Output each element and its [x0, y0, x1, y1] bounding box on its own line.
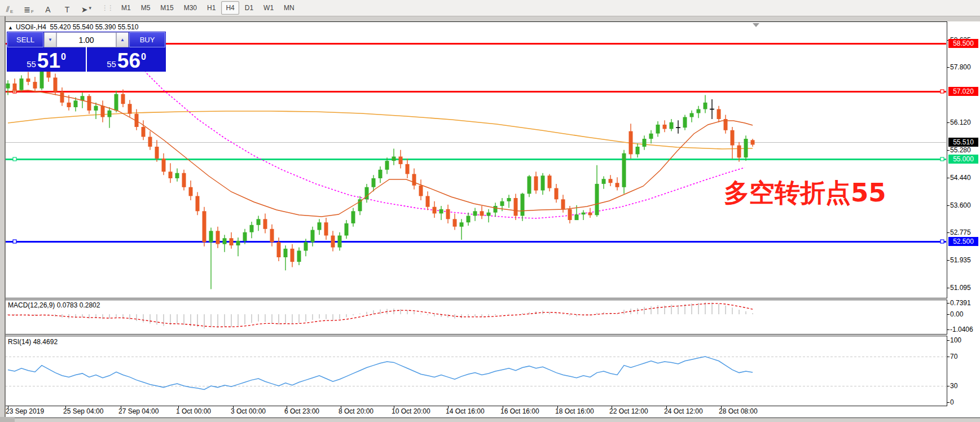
- time-axis-label: 28 Oct 08:00: [719, 407, 758, 415]
- macd-scale-label: 0.00: [950, 310, 963, 318]
- time-axis-label: 23 Sep 2019: [6, 407, 44, 415]
- time-axis-label: 24 Oct 12:00: [664, 407, 703, 415]
- mt4-window: { "toolbar": { "tools": [ {"name":"equid…: [0, 0, 980, 422]
- chart-title: ▲USOil-,H4 55.420 55.540 55.390 55.510: [8, 23, 138, 31]
- window-left-frame: [0, 16, 6, 422]
- time-axis-label: 3 Oct 00:00: [231, 407, 266, 415]
- time-axis-label: 27 Sep 04:00: [118, 407, 159, 415]
- equidistant-channel-icon[interactable]: ⫽E: [1, 2, 18, 14]
- hline-anchor: [941, 157, 944, 161]
- timeframe-button-w1[interactable]: W1: [259, 1, 278, 15]
- timeframe-button-h1[interactable]: H1: [203, 1, 220, 15]
- timeframe-button-m15[interactable]: M15: [156, 1, 178, 15]
- fibonacci-icon-sub: F: [31, 9, 34, 14]
- price-tick-label: 54.440: [950, 174, 971, 182]
- time-axis-label: 14 Oct 16:00: [446, 407, 485, 415]
- chart-text-annotation[interactable]: 多空转折点55: [724, 176, 886, 210]
- timeframe-button-m5[interactable]: M5: [137, 1, 155, 15]
- timeframe-button-mn[interactable]: MN: [279, 1, 299, 15]
- trade-panel-quotes: 55510 55560: [7, 47, 166, 72]
- price-tick-label: 51.935: [950, 256, 971, 264]
- fibonacci-icon-glyph: ≣: [24, 5, 30, 14]
- price-tick-label: 57.800: [950, 63, 971, 71]
- bid-price-pips: 51: [37, 51, 60, 70]
- volume-increment-button[interactable]: ▲: [116, 32, 129, 47]
- trade-panel-controls: SELL ▼ 1.00 ▲ BUY: [7, 32, 166, 47]
- timeframe-button-m1[interactable]: M1: [117, 1, 135, 15]
- price-badge-52.500: 52.500: [948, 237, 978, 246]
- equidistant-channel-icon-glyph: ⫽: [6, 5, 10, 14]
- ask-price-integer: 55: [107, 60, 116, 68]
- symbol-period-label: USOil-,H4: [16, 23, 46, 31]
- toolbar-grip: ⋮⋮: [102, 4, 113, 12]
- dropdown-caret-icon: ▾: [89, 5, 92, 11]
- ask-price-pips: 56: [117, 51, 140, 70]
- rsi-indicator-label: RSI(14) 48.4692: [8, 338, 58, 346]
- top-toolbar: ⫽E≣FAT➤▾⋮⋮M1M5M15M30H1H4D1W1MN: [0, 0, 980, 16]
- ohlc-values: 55.420 55.540 55.390 55.510: [50, 23, 139, 31]
- timeframe-button-h4[interactable]: H4: [221, 1, 239, 15]
- timeframe-button-m30[interactable]: M30: [179, 1, 201, 15]
- rsi-scale-label: 0: [950, 398, 954, 406]
- time-axis-label: 8 Oct 20:00: [339, 407, 373, 415]
- price-badge-55.000: 55.000: [948, 155, 978, 164]
- label-icon[interactable]: T: [59, 2, 76, 14]
- price-tick-label: 52.775: [950, 228, 971, 236]
- hline-anchor: [13, 157, 16, 161]
- hline-anchor: [13, 240, 16, 243]
- time-axis-label: 22 Oct 12:00: [609, 407, 648, 415]
- price-badge-57.020: 57.020: [948, 87, 978, 96]
- text-icon-glyph: A: [45, 5, 50, 14]
- hline-anchor: [941, 240, 944, 243]
- time-axis-label: 18 Oct 16:00: [555, 407, 594, 415]
- price-tick-label: 56.120: [950, 118, 971, 126]
- timeframe-button-d1[interactable]: D1: [240, 1, 258, 15]
- hline-anchor: [941, 90, 944, 93]
- arrows-icon[interactable]: ➤▾: [78, 2, 95, 14]
- rsi-scale-label: 30: [950, 382, 957, 390]
- price-tick-label: 55.280: [950, 146, 971, 154]
- time-axis-label: 25 Sep 04:00: [63, 407, 103, 415]
- sell-button[interactable]: SELL: [7, 32, 43, 47]
- rsi-panel: [5, 336, 947, 406]
- collapse-panel-icon[interactable]: ▲: [8, 25, 13, 30]
- one-click-trade-panel: SELL ▼ 1.00 ▲ BUY 55510 55560: [7, 32, 166, 72]
- price-tick-label: 53.600: [950, 201, 971, 209]
- equidistant-channel-icon-sub: E: [10, 9, 13, 14]
- ask-price[interactable]: 55560: [87, 47, 166, 72]
- volume-input[interactable]: 1.00: [56, 32, 116, 47]
- fibonacci-icon[interactable]: ≣F: [20, 2, 37, 14]
- rsi-scale-label: 100: [950, 336, 961, 344]
- window-bottom-frame: [0, 417, 980, 422]
- price-tick-label: 51.095: [950, 284, 971, 292]
- scrollbar-corner[interactable]: [0, 417, 15, 422]
- ask-price-point: 0: [141, 53, 146, 61]
- macd-scale-label: -1.0406: [950, 326, 973, 333]
- price-badge-55.510: 55.510: [948, 138, 978, 147]
- text-icon[interactable]: A: [39, 2, 56, 14]
- label-icon-glyph: T: [65, 5, 70, 14]
- buy-button[interactable]: BUY: [129, 32, 165, 47]
- bid-price-point: 0: [61, 53, 66, 61]
- time-axis-label: 16 Oct 16:00: [500, 407, 539, 415]
- price-badge-58.500: 58.500: [948, 39, 978, 48]
- rsi-scale-label: 70: [950, 353, 957, 361]
- macd-indicator-label: MACD(12,26,9) 0.0783 0.2802: [8, 301, 100, 309]
- macd-scale-label: 0.7391: [950, 299, 971, 307]
- bid-price-integer: 55: [27, 60, 36, 68]
- bid-price[interactable]: 55510: [7, 47, 87, 72]
- time-axis-label: 10 Oct 20:00: [392, 407, 430, 415]
- arrows-icon-glyph: ➤: [81, 5, 88, 14]
- time-axis-label: 1 Oct 00:00: [176, 407, 211, 415]
- volume-decrement-button[interactable]: ▼: [44, 32, 56, 47]
- time-axis-label: 6 Oct 23:00: [284, 407, 319, 415]
